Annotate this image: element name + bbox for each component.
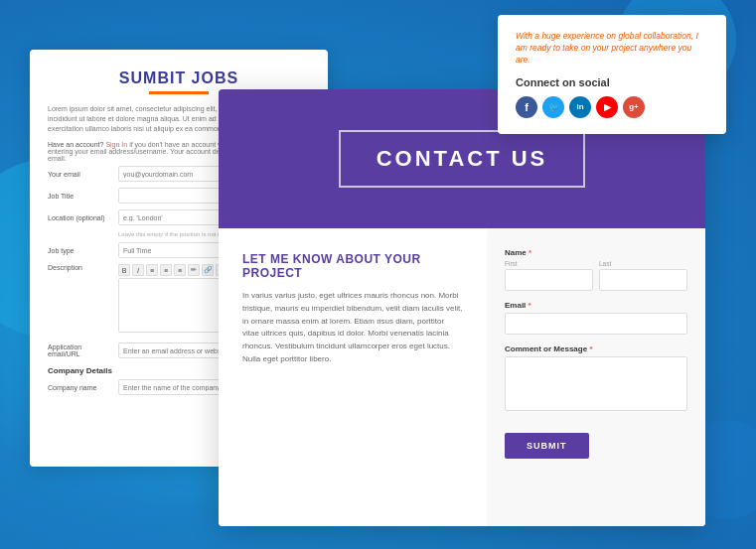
name-field-group: Name * First Last bbox=[505, 248, 687, 291]
twitter-icon[interactable]: 🐦 bbox=[542, 96, 564, 118]
comment-field-group: Comment or Message * bbox=[505, 344, 687, 415]
submit-button[interactable]: SUBMIT bbox=[505, 433, 589, 459]
name-required: * bbox=[529, 248, 531, 257]
social-tagline: With a huge experience on global collabo… bbox=[516, 31, 708, 67]
email-label: Your email bbox=[48, 171, 112, 178]
contact-email-input[interactable] bbox=[505, 313, 687, 335]
email-required: * bbox=[529, 301, 531, 310]
submit-jobs-title: SUMBIT JOBS bbox=[48, 69, 310, 87]
email-field-group: Email * bbox=[505, 301, 687, 336]
comment-required: * bbox=[589, 344, 592, 353]
project-text: In varius varius justo, eget ultrices ma… bbox=[242, 290, 463, 366]
name-label: Name * bbox=[505, 248, 687, 257]
last-label: Last bbox=[599, 260, 687, 267]
last-name-col: Last bbox=[599, 260, 687, 291]
project-title: LET ME KNOW ABOUT YOUR PROJECT bbox=[242, 252, 463, 280]
contact-us-title: CONTACT US bbox=[339, 130, 586, 188]
connect-title: Connect on social bbox=[516, 76, 708, 88]
last-name-input[interactable] bbox=[599, 269, 687, 291]
signin-link[interactable]: Sign In bbox=[105, 141, 127, 148]
facebook-icon[interactable]: f bbox=[516, 96, 537, 118]
italic-btn[interactable]: I bbox=[132, 264, 144, 276]
contact-right-panel: Name * First Last Email bbox=[487, 228, 705, 526]
job-title-label: Job Title bbox=[48, 193, 112, 200]
google-plus-icon[interactable]: g+ bbox=[623, 96, 645, 118]
link-btn[interactable]: 🔗 bbox=[202, 264, 214, 276]
first-name-col: First bbox=[505, 260, 593, 291]
bold-btn[interactable]: B bbox=[118, 264, 130, 276]
ol-btn[interactable]: ≡ bbox=[160, 264, 172, 276]
app-email-label: Application email/URL bbox=[48, 343, 112, 357]
blockquote-btn[interactable]: ≡ bbox=[174, 264, 186, 276]
list-btn[interactable]: ≡ bbox=[146, 264, 158, 276]
job-type-label: Job type bbox=[48, 247, 112, 254]
linkedin-icon[interactable]: in bbox=[569, 96, 591, 118]
location-label: Location (optional) bbox=[48, 214, 112, 221]
company-name-label: Company name bbox=[48, 384, 112, 391]
contact-card: CONTACT US LET ME KNOW ABOUT YOUR PROJEC… bbox=[219, 89, 705, 526]
title-underline bbox=[149, 91, 209, 94]
comment-label: Comment or Message * bbox=[505, 344, 687, 353]
social-card: With a huge experience on global collabo… bbox=[498, 15, 726, 134]
comment-textarea[interactable] bbox=[505, 356, 687, 411]
first-label: First bbox=[505, 260, 593, 267]
email-label: Email * bbox=[505, 301, 687, 310]
contact-body: LET ME KNOW ABOUT YOUR PROJECT In varius… bbox=[219, 228, 705, 526]
contact-left-panel: LET ME KNOW ABOUT YOUR PROJECT In varius… bbox=[219, 228, 487, 526]
youtube-icon[interactable]: ▶ bbox=[596, 96, 618, 118]
description-label: Description bbox=[48, 264, 112, 271]
first-name-input[interactable] bbox=[505, 269, 593, 291]
edit-btn[interactable]: ✏ bbox=[188, 264, 200, 276]
name-row: First Last bbox=[505, 260, 687, 291]
social-icons-row: f 🐦 in ▶ g+ bbox=[516, 96, 708, 118]
